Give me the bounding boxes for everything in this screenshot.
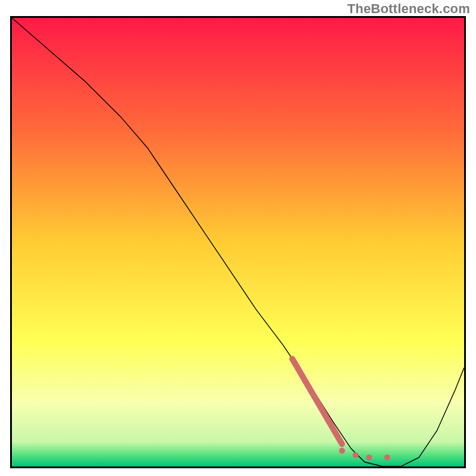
highlight-dot xyxy=(366,455,372,461)
gradient-background xyxy=(12,18,464,466)
chart-stage: TheBottleneck.com xyxy=(0,0,476,476)
highlight-dot xyxy=(353,452,359,458)
plot-area xyxy=(10,16,466,468)
highlight-dot xyxy=(384,455,390,461)
plot-svg xyxy=(10,16,466,468)
highlight-dot xyxy=(339,448,345,454)
watermark-text: TheBottleneck.com xyxy=(347,1,470,17)
